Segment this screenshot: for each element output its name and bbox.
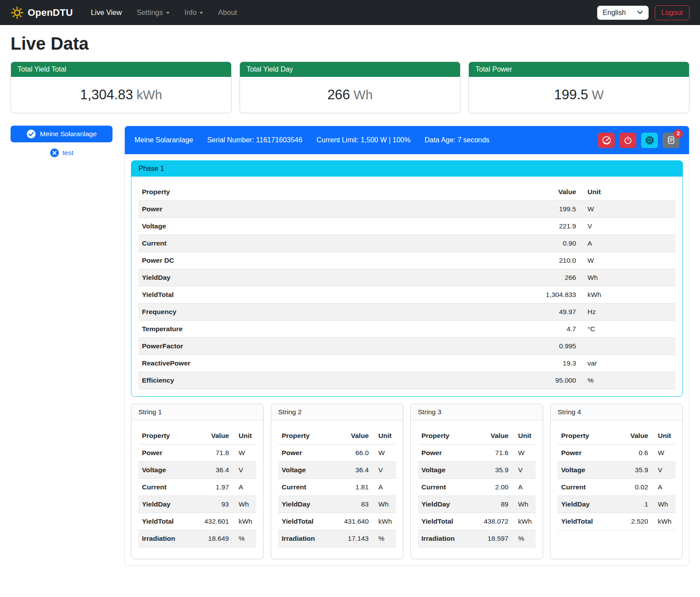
- total-yield-total-value: 1,304.83: [80, 87, 133, 102]
- unit-cell: Wh: [372, 496, 396, 513]
- check-circle-icon: [26, 129, 36, 139]
- table-row: Voltage221.9V: [138, 218, 675, 235]
- unit-cell: W: [580, 201, 675, 218]
- power-button[interactable]: [620, 133, 636, 148]
- property-cell: Voltage: [418, 462, 472, 479]
- property-cell: Current: [138, 479, 192, 496]
- device-info-button[interactable]: [641, 133, 658, 148]
- inverter-item-test[interactable]: test: [11, 148, 112, 158]
- unit-cell: kWh: [232, 513, 256, 530]
- chevron-down-icon: [166, 12, 170, 14]
- unit-cell: A: [652, 479, 675, 496]
- value-cell: 0.995: [522, 338, 580, 355]
- property-cell: Power DC: [138, 252, 522, 269]
- unit-cell: V: [512, 462, 536, 479]
- value-cell: 0.90: [522, 235, 580, 252]
- column-header-property: Property: [138, 427, 192, 445]
- column-header-unit: Unit: [652, 427, 675, 445]
- table-row: Power71.8W: [138, 445, 256, 462]
- value-cell: 35.9: [611, 462, 652, 479]
- value-cell: 1.81: [332, 479, 372, 496]
- unit-cell: %: [512, 530, 536, 547]
- unit-cell: var: [580, 355, 675, 372]
- column-header-property: Property: [138, 184, 522, 201]
- property-cell: PowerFactor: [138, 338, 522, 355]
- value-cell: 19.3: [522, 355, 580, 372]
- property-cell: Power: [418, 445, 472, 462]
- string-2-card: String 2 Property Value Unit: [271, 404, 403, 559]
- inverter-serial: Serial Number: 116171603546: [207, 136, 302, 144]
- cpu-icon: [645, 136, 654, 145]
- value-cell: 18.649: [192, 530, 232, 547]
- inverter-limit: Current Limit: 1,500 W | 100%: [316, 136, 410, 144]
- unit-cell: W: [580, 252, 675, 269]
- value-cell: 36.4: [192, 462, 232, 479]
- table-row: Temperature4.7°C: [138, 321, 675, 338]
- property-cell: Power: [278, 445, 332, 462]
- unit-cell: Wh: [232, 496, 256, 513]
- string-1-title: String 1: [131, 404, 263, 420]
- value-cell: 71.6: [472, 445, 512, 462]
- value-cell: 89: [472, 496, 512, 513]
- summary-cards-row: Total Yield Total 1,304.83kWh Total Yiel…: [11, 62, 689, 113]
- table-row: Current0.90A: [138, 235, 675, 252]
- table-row: Irradiation17.143%: [278, 530, 396, 547]
- property-cell: YieldDay: [558, 496, 611, 513]
- property-cell: Irradiation: [138, 530, 192, 547]
- property-cell: YieldTotal: [138, 513, 192, 530]
- table-row: Irradiation18.649%: [138, 530, 256, 547]
- nav-info[interactable]: Info: [178, 5, 210, 20]
- string-4-title: String 4: [551, 404, 682, 420]
- table-row: PowerFactor0.995: [138, 338, 675, 355]
- value-cell: 18.597: [472, 530, 512, 547]
- table-row: Current1.97A: [138, 479, 256, 496]
- sun-icon: [11, 6, 24, 19]
- table-row: Efficiency95.000%: [138, 372, 675, 389]
- value-cell: 49.97: [522, 304, 580, 321]
- language-select[interactable]: English: [597, 6, 649, 20]
- string-1-card: String 1 Property Value Unit: [131, 404, 264, 559]
- value-cell: 266: [522, 269, 580, 286]
- property-cell: Irradiation: [278, 530, 332, 547]
- card-title: Total Power: [469, 62, 689, 77]
- table-row: Power199.5W: [138, 201, 675, 218]
- selected-inverter-button[interactable]: Meine Solaranlage: [11, 126, 112, 142]
- phase-1-card: Phase 1 Property Value Unit Power199.5WV…: [131, 160, 683, 397]
- value-cell: 83: [332, 496, 372, 513]
- inverter-panel-header: Meine Solaranlage Serial Number: 1161716…: [125, 126, 689, 154]
- unit-cell: %: [580, 372, 675, 389]
- logout-button[interactable]: Logout: [655, 5, 689, 20]
- value-cell: 438.072: [472, 513, 512, 530]
- property-cell: Frequency: [138, 304, 522, 321]
- property-cell: YieldDay: [418, 496, 472, 513]
- nav-about[interactable]: About: [211, 5, 243, 20]
- table-row: ReactivePower19.3var: [138, 355, 675, 372]
- unit-cell: W: [372, 445, 396, 462]
- value-cell: 17.143: [332, 530, 372, 547]
- brand[interactable]: OpenDTU: [11, 6, 73, 19]
- chevron-down-icon: [637, 11, 643, 14]
- table-row: YieldDay93Wh: [138, 496, 256, 513]
- table-row: Voltage36.4V: [138, 462, 256, 479]
- nav-live-view[interactable]: Live View: [84, 5, 128, 20]
- nav-settings[interactable]: Settings: [130, 5, 176, 20]
- table-row: Current2.00A: [418, 479, 536, 496]
- string-2-table: Property Value Unit Power66.0WVoltage36.…: [278, 427, 396, 547]
- string-4-card: String 4 Property Value Unit: [550, 404, 683, 559]
- inverter-panel: Meine Solaranlage Serial Number: 1161716…: [124, 126, 689, 566]
- selected-inverter-label: Meine Solaranlage: [40, 130, 97, 138]
- value-cell: 95.000: [522, 372, 580, 389]
- unit-cell: kWh: [372, 513, 396, 530]
- event-log-button[interactable]: 2: [663, 133, 679, 148]
- value-cell: 4.7: [522, 321, 580, 338]
- table-row: YieldTotal431.640kWh: [278, 513, 396, 530]
- limit-settings-button[interactable]: [598, 133, 615, 148]
- property-cell: Efficiency: [138, 372, 522, 389]
- property-cell: YieldDay: [278, 496, 332, 513]
- property-cell: Current: [138, 235, 522, 252]
- property-cell: Voltage: [138, 462, 192, 479]
- property-cell: Temperature: [138, 321, 522, 338]
- unit-cell: %: [372, 530, 396, 547]
- value-cell: 66.0: [332, 445, 372, 462]
- page-title: Live Data: [11, 34, 689, 54]
